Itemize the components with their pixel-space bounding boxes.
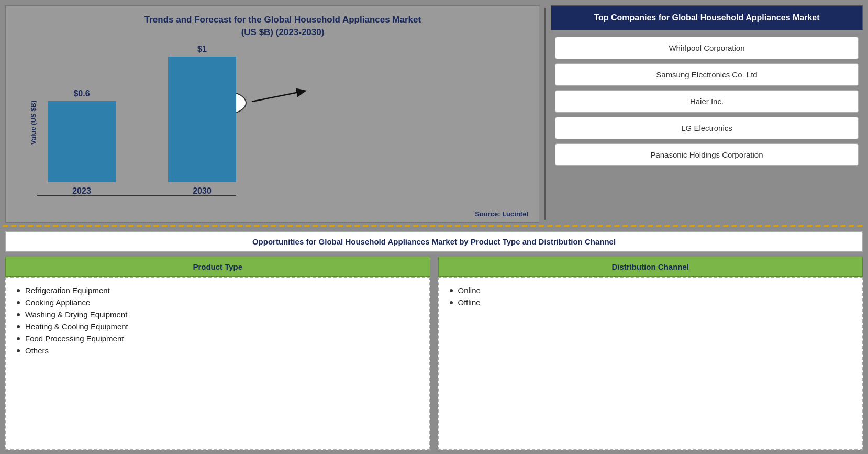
bars-container: $0.6 2023 $1 2030 [37,49,236,196]
distribution-channel-header: Distribution Channel [438,257,863,277]
chart-title-line2: (US $B) (2023-2030) [241,27,325,37]
bar-group-2030: $1 2030 [168,45,236,196]
list-item: Online [450,286,852,295]
chart-title: Trends and Forecast for the Global House… [37,14,528,39]
bar-value-2030: $1 [197,45,207,54]
chart-title-line1: Trends and Forecast for the Global House… [144,15,421,25]
company-item: Haier Inc. [555,90,859,113]
company-item: Samsung Electronics Co. Ltd [555,63,859,86]
chart-body: Value (US $B) +6% [37,49,528,196]
bullet-icon [17,301,20,304]
company-item: Whirlpool Corporation [555,37,859,59]
list-item-text: Food Processing Equipment [25,334,124,343]
list-item: Refrigeration Equipment [17,286,419,295]
list-item-text: Heating & Cooling Equipment [25,322,128,331]
top-companies-panel: Top Companies for Global Household Appli… [551,5,863,223]
opportunities-header: Opportunities for Global Household Appli… [5,231,863,252]
bar-2030 [168,57,236,182]
bullet-icon [17,289,20,292]
list-item: Food Processing Equipment [17,334,419,343]
product-type-header: Product Type [5,257,430,277]
bullet-icon [450,301,453,304]
bottom-columns: Product Type Refrigeration EquipmentCook… [5,257,863,450]
bar-label-2030: 2030 [193,186,212,196]
top-section: Trends and Forecast for the Global House… [0,0,868,225]
main-container: Trends and Forecast for the Global House… [0,0,868,454]
bottom-section: Opportunities for Global Household Appli… [0,227,868,454]
list-item: Others [17,346,419,355]
bullet-icon [17,349,20,352]
companies-header: Top Companies for Global Household Appli… [551,5,863,30]
bar-label-2023: 2023 [72,186,91,196]
list-item-text: Others [25,346,49,355]
bullet-icon [17,313,20,316]
list-item: Washing & Drying Equipment [17,310,419,319]
bar-group-2023: $0.6 2023 [48,89,116,196]
product-type-items: Refrigeration EquipmentCooking Appliance… [5,277,430,450]
bullet-icon [450,289,453,292]
svg-line-0 [252,91,304,102]
bullet-icon [17,325,20,328]
list-item-text: Washing & Drying Equipment [25,310,127,319]
list-item: Heating & Cooling Equipment [17,322,419,331]
y-axis-label: Value (US $B) [29,100,37,145]
bar-value-2023: $0.6 [73,89,90,98]
source-text: Source: Lucintel [475,210,528,218]
chart-area: Trends and Forecast for the Global House… [5,5,539,223]
product-type-column: Product Type Refrigeration EquipmentCook… [5,257,430,450]
list-item: Offline [450,298,852,307]
list-item-text: Offline [458,298,481,307]
company-item: LG Electronics [555,117,859,139]
bar-2023 [48,101,116,182]
list-item: Cooking Appliance [17,298,419,307]
companies-list: Whirlpool CorporationSamsung Electronics… [551,30,863,172]
bullet-icon [17,337,20,340]
company-item: Panasonic Holdings Corporation [555,143,859,166]
distribution-channel-items: OnlineOffline [438,277,863,450]
list-item-text: Cooking Appliance [25,298,90,307]
distribution-channel-column: Distribution Channel OnlineOffline [438,257,863,450]
list-item-text: Refrigeration Equipment [25,286,110,295]
vertical-divider [544,8,546,220]
list-item-text: Online [458,286,481,295]
